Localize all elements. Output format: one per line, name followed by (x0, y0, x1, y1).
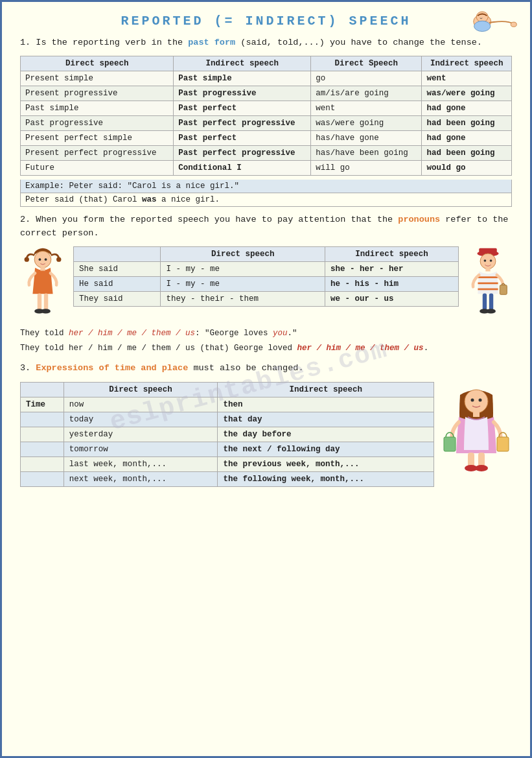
tense-cell-col3: was/were going (422, 86, 512, 101)
svg-point-16 (480, 254, 496, 269)
tense-cell-col0: Present progressive (21, 86, 174, 101)
table-row: Timenowthen (21, 397, 434, 412)
svg-rect-9 (40, 267, 45, 271)
tense-col-header-4: Indirect speech (422, 56, 512, 71)
tense-cell-col2: has/have gone (311, 131, 422, 146)
example-row-1: Example: Peter said: "Carol is a nice gi… (20, 180, 512, 193)
svg-point-28 (465, 390, 488, 413)
svg-rect-31 (473, 412, 480, 417)
pronouns-table: Direct speech Indirect speech She saidI … (73, 246, 459, 307)
tense-cell-col2: will go (311, 161, 422, 176)
tense-cell-col3: went (422, 71, 512, 86)
pronouns-table-wrap: Direct speech Indirect speech She saidI … (73, 246, 459, 307)
svg-rect-11 (44, 293, 48, 310)
time-indirect: that day (218, 412, 434, 427)
time-indirect: the day before (218, 427, 434, 442)
svg-rect-25 (489, 293, 493, 310)
table-row: She saidI - my - meshe - her - her (74, 261, 459, 276)
tense-col-header-3: Direct Speech (311, 56, 422, 71)
svg-point-37 (475, 465, 488, 471)
table-row: todaythat day (21, 412, 434, 427)
tense-cell-col0: Present perfect simple (21, 131, 174, 146)
time-category (21, 442, 64, 456)
table-row: yesterdaythe day before (21, 427, 434, 442)
time-direct: next week, month,... (64, 471, 218, 486)
time-direct: tomorrow (64, 442, 218, 456)
page-title: REPORTED (= INDIRECT) SPEECH (20, 14, 512, 29)
table-row: FutureConditional Iwill gowould go (21, 161, 512, 176)
tense-cell-col1: Conditional I (174, 161, 311, 176)
pron-said: They said (74, 291, 161, 306)
table-row: Past progressivePast perfect progressive… (21, 116, 512, 131)
svg-rect-34 (468, 453, 474, 467)
tense-cell-col0: Past progressive (21, 116, 174, 131)
tense-cell-col1: Past perfect progressive (174, 146, 311, 161)
svg-point-30 (479, 398, 482, 401)
tense-cell-col0: Present perfect progressive (21, 146, 174, 161)
section2-intro: 2. When you form the reported speech you… (20, 213, 512, 240)
shopping-girl-character (441, 382, 512, 475)
time-area: Direct speech Indirect speech Timenowthe… (20, 382, 512, 487)
told-line-1: They told her / him / me / them / us: "G… (20, 327, 512, 340)
time-category (21, 471, 64, 486)
section3: 3. Expressions of time and place must al… (20, 362, 512, 486)
baby-icon (472, 11, 518, 34)
svg-rect-32 (444, 437, 456, 451)
svg-rect-10 (38, 293, 41, 310)
tense-cell-col1: Past perfect progressive (174, 116, 311, 131)
time-category: Time (21, 397, 64, 412)
tense-cell-col3: had gone (422, 131, 512, 146)
girl-character (20, 246, 67, 320)
svg-rect-23 (500, 285, 507, 294)
time-indirect: then (218, 397, 434, 412)
time-direct: now (64, 397, 218, 412)
pron-col-0 (74, 246, 161, 261)
svg-point-6 (56, 257, 61, 261)
time-indirect: the previous week, month,... (218, 456, 434, 471)
tense-cell-col2: was/were going (311, 116, 422, 131)
time-indirect: the next / following day (218, 442, 434, 456)
tense-cell-col3: had been going (422, 116, 512, 131)
svg-rect-19 (485, 268, 490, 272)
time-table: Direct speech Indirect speech Timenowthe… (20, 382, 434, 487)
tense-col-header-1: Direct speech (21, 56, 174, 71)
time-direct: today (64, 412, 218, 427)
svg-rect-24 (483, 293, 487, 310)
example-was: was (142, 195, 157, 204)
pron-col-1: Direct speech (161, 246, 325, 261)
tense-cell-col3: had gone (422, 101, 512, 116)
tense-col-header-2: Indirect speech (174, 56, 311, 71)
told-line-2: They told her / him / me / them / us (th… (20, 342, 512, 355)
svg-point-1 (476, 12, 488, 22)
pron-col-2: Indirect speech (325, 246, 459, 261)
tense-cell-col1: Past simple (174, 71, 311, 86)
pron-indirect: he - his - him (325, 276, 459, 291)
table-row: Present perfect simplePast perfecthas/ha… (21, 131, 512, 146)
time-direct: last week, month,... (64, 456, 218, 471)
time-col-1-header: Direct speech (64, 382, 218, 397)
tense-cell-col3: would go (422, 161, 512, 176)
svg-rect-35 (478, 453, 485, 467)
svg-point-4 (34, 251, 51, 268)
time-category (21, 456, 64, 471)
table-row: Past simplePast perfectwenthad gone (21, 101, 512, 116)
svg-point-5 (25, 257, 29, 261)
svg-point-7 (39, 258, 41, 261)
section3-intro: 3. Expressions of time and place must al… (20, 362, 512, 375)
page: REPORTED (= INDIRECT) SPEECH 1. Is the r… (0, 0, 532, 758)
table-row: They saidthey - their - themwe - our - u… (74, 291, 459, 306)
tense-cell-col1: Past progressive (174, 86, 311, 101)
table-row: tomorrowthe next / following day (21, 442, 434, 456)
svg-rect-33 (497, 437, 509, 451)
tense-cell-col1: Past perfect (174, 101, 311, 116)
section1-intro: 1. Is the reporting verb in the past for… (20, 36, 512, 49)
pron-direct: I - my - me (161, 261, 325, 276)
svg-point-17 (484, 259, 487, 262)
svg-point-3 (511, 22, 516, 27)
pron-indirect: she - her - her (325, 261, 459, 276)
pron-said: He said (74, 276, 161, 291)
pron-said: She said (74, 261, 161, 276)
tense-cell-col2: has/have been going (311, 146, 422, 161)
table-row: next week, month,...the following week, … (21, 471, 434, 486)
svg-point-13 (41, 309, 51, 313)
